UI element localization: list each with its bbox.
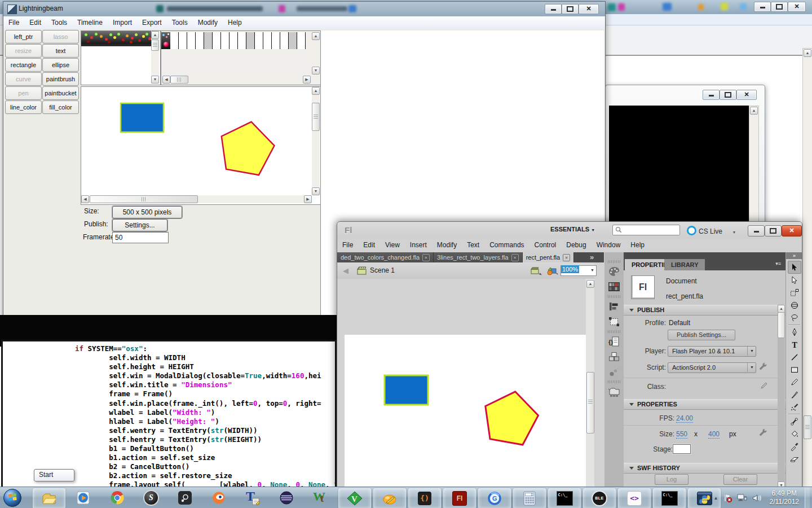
- project-panel-icon[interactable]: [604, 385, 624, 398]
- spray-brush-tool[interactable]: [788, 401, 801, 413]
- taskbar-flashdevelop[interactable]: {): [408, 488, 441, 508]
- timeline-vscrollbar[interactable]: ▲ ▼: [312, 32, 320, 75]
- scrollbar-thumb[interactable]: [804, 415, 811, 439]
- tray-expand-icon[interactable]: ▲: [714, 496, 718, 501]
- flash-menu-insert[interactable]: Insert: [405, 239, 432, 251]
- flash-menu-modify[interactable]: Modify: [432, 239, 462, 251]
- lb-menu-import[interactable]: Import: [108, 17, 137, 28]
- brush-tool[interactable]: [788, 388, 801, 400]
- pen-tool[interactable]: [788, 326, 801, 338]
- lb-tool-line_color[interactable]: line_color: [5, 100, 42, 114]
- scroll-up-arrow[interactable]: ▲: [750, 107, 758, 115]
- script-dropdown[interactable]: ActionScript 2.0▼: [668, 362, 756, 373]
- lb-menu-help[interactable]: Help: [223, 17, 247, 28]
- close-button[interactable]: ✕: [782, 225, 802, 237]
- scroll-down-arrow[interactable]: ▼: [312, 67, 320, 75]
- scrollbar-thumb[interactable]: [151, 40, 159, 51]
- taskbar-flash-pro[interactable]: Fl: [443, 488, 476, 508]
- lb-menu-timeline[interactable]: Timeline: [72, 17, 108, 28]
- timeline-frame[interactable]: [196, 32, 204, 49]
- timeline-frame[interactable]: [263, 32, 272, 49]
- taskbar-blender[interactable]: [203, 488, 235, 507]
- minimize-button[interactable]: [703, 90, 720, 100]
- network-icon[interactable]: [737, 494, 748, 502]
- close-button[interactable]: ✕: [736, 90, 757, 100]
- size-width-value[interactable]: 550: [676, 430, 687, 439]
- cs-live-button[interactable]: CS Live ▼: [687, 226, 736, 235]
- lb-tool-rectangle[interactable]: rectangle: [5, 58, 42, 72]
- scroll-up-arrow[interactable]: ▲: [778, 305, 785, 313]
- lb-menu-modify[interactable]: Modify: [193, 17, 223, 28]
- close-button[interactable]: ✕: [788, 2, 806, 12]
- timeline-frame[interactable]: [238, 32, 246, 49]
- taskbar-calculator[interactable]: 0: [513, 488, 546, 508]
- scroll-down-arrow[interactable]: ▼: [151, 76, 159, 84]
- scrollbar-thumb[interactable]: [90, 195, 198, 203]
- bone-tool[interactable]: [788, 415, 801, 427]
- timeline-frame[interactable]: [221, 32, 230, 49]
- minimize-button[interactable]: [748, 225, 765, 237]
- lb-tool-curve[interactable]: curve: [5, 72, 42, 86]
- lb-menu-tools[interactable]: Tools: [167, 17, 193, 28]
- flash-menu-text[interactable]: Text: [462, 239, 484, 251]
- flash-menu-commands[interactable]: Commands: [484, 239, 529, 251]
- maximize-button[interactable]: [562, 4, 579, 14]
- lb-tool-pen[interactable]: pen: [5, 86, 42, 100]
- maximize-button[interactable]: [771, 2, 788, 12]
- motion-presets-panel-icon[interactable]: [604, 365, 624, 379]
- scroll-up-arrow[interactable]: ▲: [804, 49, 811, 57]
- lb-menu-tools[interactable]: Tools: [46, 17, 72, 28]
- show-desktop-button[interactable]: [805, 487, 810, 508]
- paint-bucket-tool[interactable]: [788, 428, 801, 440]
- lb-menu-edit[interactable]: Edit: [24, 17, 46, 28]
- tab-library[interactable]: LIBRARY: [664, 259, 705, 270]
- taskbar-ble-app[interactable]: BLE: [583, 488, 616, 508]
- pencil-icon[interactable]: [760, 382, 768, 389]
- scroll-down-arrow[interactable]: ▼: [312, 187, 320, 195]
- code-snippets-panel-icon[interactable]: {): [604, 335, 624, 348]
- subselection-tool[interactable]: [788, 274, 801, 286]
- info-transform-panel-icon[interactable]: [604, 315, 624, 329]
- taskbar-media-player[interactable]: [68, 488, 99, 507]
- taskbar-steam[interactable]: [169, 488, 201, 507]
- timeline-frame[interactable]: [297, 32, 306, 49]
- log-button[interactable]: Log: [655, 474, 689, 485]
- flash-menu-view[interactable]: View: [380, 239, 405, 251]
- wrench-icon[interactable]: [759, 362, 767, 371]
- start-button[interactable]: [3, 488, 22, 508]
- lb-tool-paintbrush[interactable]: paintbrush: [42, 72, 79, 86]
- edit-symbols-icon[interactable]: [546, 266, 558, 275]
- panel-menu-icon[interactable]: ▾≡: [775, 261, 781, 266]
- fps-value[interactable]: 24.00: [676, 414, 693, 423]
- timeline-frame[interactable]: [170, 32, 179, 49]
- rectangle-tool[interactable]: [788, 364, 801, 375]
- canvas-vscrollbar[interactable]: ▲ ▼: [312, 87, 320, 195]
- scroll-left-arrow[interactable]: ◀: [81, 195, 89, 203]
- clock[interactable]: 6:49 PM 2/11/2012: [770, 489, 800, 506]
- swf-history-section-header[interactable]: SWF HISTORY: [624, 463, 785, 474]
- taskbar-cmd[interactable]: C:\_: [548, 488, 581, 508]
- flash-menu-debug[interactable]: Debug: [561, 239, 591, 251]
- flash-titlebar[interactable]: Fl ESSENTIALS ▼ CS Live ▼ ✕: [337, 222, 802, 239]
- scene-label[interactable]: Scene 1: [370, 266, 395, 274]
- publish-section-header[interactable]: PUBLISH: [624, 305, 785, 316]
- preview-scrollbar[interactable]: ▲: [749, 106, 759, 225]
- timeline-frame[interactable]: [213, 32, 221, 49]
- minimize-button[interactable]: [545, 4, 562, 14]
- free-transform-tool[interactable]: [788, 287, 801, 299]
- taskbar-explorer[interactable]: [33, 488, 65, 508]
- clear-button[interactable]: Clear: [723, 474, 757, 485]
- lb-tool-paintbucket[interactable]: paintbucket: [42, 86, 79, 100]
- stage-vscrollbar[interactable]: ▲: [586, 279, 594, 489]
- scroll-up-arrow[interactable]: ▲: [312, 87, 320, 95]
- workspace-switcher[interactable]: ESSENTIALS ▼: [550, 226, 595, 233]
- search-input[interactable]: [612, 225, 680, 235]
- scrollbar-thumb[interactable]: [170, 76, 188, 84]
- doc-tab[interactable]: 3lines_rect_two_layers.fla✕: [434, 252, 523, 262]
- background-window-scrollbar[interactable]: ▲: [802, 48, 812, 488]
- scrollbar-thumb[interactable]: [312, 103, 320, 131]
- close-button[interactable]: ✕: [579, 4, 599, 14]
- doc-tab[interactable]: rect_pent.fla✕: [523, 252, 575, 262]
- taskbar-s-disc[interactable]: S: [135, 488, 167, 507]
- keyframe-cell[interactable]: [161, 32, 170, 49]
